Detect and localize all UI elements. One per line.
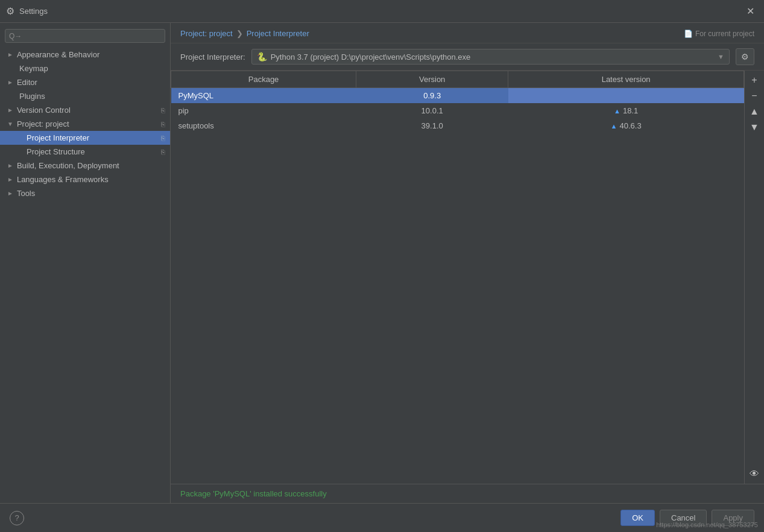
status-bar: Package 'PyMySQL' installed successfully bbox=[171, 484, 764, 503]
sidebar-item-project[interactable]: ▼ Project: project ⎘ bbox=[0, 117, 170, 131]
search-box[interactable]: Q→ bbox=[5, 29, 165, 43]
sidebar-label-vc: Version Control bbox=[17, 106, 71, 115]
current-project-label: For current project bbox=[695, 30, 754, 38]
package-name-pip: pip bbox=[171, 103, 356, 118]
interpreter-value: Python 3.7 (project) D:\py\project\venv\… bbox=[271, 52, 471, 62]
footer: ? OK Cancel Apply bbox=[0, 503, 764, 532]
copy-icon-structure: ⎘ bbox=[161, 148, 165, 156]
upgrade-icon-setuptools: ▲ bbox=[611, 122, 617, 130]
sidebar-label-build: Build, Execution, Deployment bbox=[17, 161, 119, 170]
package-name-setuptools: setuptools bbox=[171, 118, 356, 133]
status-message: Package 'PyMySQL' installed successfully bbox=[180, 489, 327, 498]
sidebar: Q→ ► Appearance & Behavior Keymap ► Edit… bbox=[0, 23, 171, 503]
main-layout: Q→ ► Appearance & Behavior Keymap ► Edit… bbox=[0, 23, 764, 503]
upgrade-icon-pip: ▲ bbox=[614, 107, 620, 115]
search-input[interactable] bbox=[24, 31, 161, 40]
sidebar-label-project: Project: project bbox=[17, 119, 69, 128]
sidebar-item-plugins[interactable]: Plugins bbox=[0, 89, 170, 103]
sidebar-item-tools[interactable]: ► Tools bbox=[0, 186, 170, 200]
package-table-wrapper[interactable]: Package Version Latest version PyMySQL 0… bbox=[171, 71, 744, 484]
remove-package-button[interactable]: − bbox=[747, 89, 762, 103]
table-row[interactable]: PyMySQL 0.9.3 bbox=[171, 88, 744, 104]
expand-arrow-tools: ► bbox=[7, 190, 13, 197]
package-version-pip: 10.0.1 bbox=[356, 103, 508, 118]
sidebar-item-keymap[interactable]: Keymap bbox=[0, 62, 170, 75]
footer-left: ? bbox=[10, 511, 24, 525]
interpreter-select-text: 🐍 Python 3.7 (project) D:\py\project\ven… bbox=[257, 52, 471, 62]
copy-icon-project: ⎘ bbox=[161, 121, 165, 128]
sidebar-label-project-structure: Project Structure bbox=[27, 147, 85, 156]
help-button[interactable]: ? bbox=[10, 511, 24, 525]
scroll-down-button[interactable]: ▼ bbox=[747, 120, 762, 135]
sidebar-item-project-interpreter[interactable]: Project Interpreter ⎘ bbox=[0, 131, 170, 145]
sidebar-label-tools: Tools bbox=[17, 189, 35, 198]
titlebar: ⚙ Settings ✕ bbox=[0, 0, 764, 23]
search-icon: Q→ bbox=[9, 32, 22, 40]
watermark: https://blog.csdn.net/qq_38753275 bbox=[656, 521, 758, 528]
package-name-pymysql: PyMySQL bbox=[171, 88, 356, 104]
app-icon: ⚙ bbox=[6, 5, 14, 17]
side-buttons-panel: + − ▲ ▼ 👁 bbox=[744, 71, 764, 484]
sidebar-label-project-interpreter: Project Interpreter bbox=[27, 133, 89, 142]
sidebar-label-editor: Editor bbox=[17, 78, 37, 87]
copy-icon-vc: ⎘ bbox=[161, 107, 165, 114]
breadcrumb: Project: project ❯ Project Interpreter 📄… bbox=[171, 23, 764, 43]
python-icon: 🐍 bbox=[257, 52, 267, 62]
scroll-up-button[interactable]: ▲ bbox=[747, 104, 762, 119]
breadcrumb-current: Project Interpreter bbox=[247, 29, 309, 38]
sidebar-item-languages[interactable]: ► Languages & Frameworks bbox=[0, 173, 170, 186]
add-package-button[interactable]: + bbox=[747, 73, 762, 87]
dropdown-arrow-icon: ▼ bbox=[718, 53, 724, 60]
package-version-pymysql: 0.9.3 bbox=[356, 88, 508, 104]
eye-button[interactable]: 👁 bbox=[747, 467, 762, 481]
expand-arrow-build: ► bbox=[7, 162, 13, 169]
close-button[interactable]: ✕ bbox=[743, 4, 758, 19]
content-area: Project: project ❯ Project Interpreter 📄… bbox=[171, 23, 764, 503]
expand-arrow-appearance: ► bbox=[7, 51, 13, 58]
package-latest-pymysql bbox=[508, 88, 744, 104]
breadcrumb-right: 📄 For current project bbox=[684, 30, 754, 38]
interpreter-select-dropdown[interactable]: 🐍 Python 3.7 (project) D:\py\project\ven… bbox=[251, 49, 730, 65]
interpreter-label: Project Interpreter: bbox=[180, 52, 245, 62]
table-row[interactable]: setuptools 39.1.0 ▲40.6.3 bbox=[171, 118, 744, 133]
sidebar-label-languages: Languages & Frameworks bbox=[17, 175, 109, 184]
titlebar-left: ⚙ Settings bbox=[6, 5, 48, 17]
package-area: Package Version Latest version PyMySQL 0… bbox=[171, 71, 764, 484]
sidebar-item-version-control[interactable]: ► Version Control ⎘ bbox=[0, 103, 170, 117]
sidebar-item-editor[interactable]: ► Editor bbox=[0, 75, 170, 89]
breadcrumb-separator: ❯ bbox=[236, 29, 243, 38]
package-latest-setuptools: ▲40.6.3 bbox=[508, 118, 744, 133]
col-latest: Latest version bbox=[508, 71, 744, 88]
breadcrumb-parent[interactable]: Project: project bbox=[180, 29, 233, 38]
window-title: Settings bbox=[19, 7, 48, 16]
sidebar-label-keymap: Keymap bbox=[19, 64, 48, 73]
sidebar-item-project-structure[interactable]: Project Structure ⎘ bbox=[0, 145, 170, 159]
copy-icon-interpreter: ⎘ bbox=[161, 135, 165, 142]
interpreter-row: Project Interpreter: 🐍 Python 3.7 (proje… bbox=[171, 43, 764, 71]
current-project-icon: 📄 bbox=[684, 30, 693, 38]
package-version-setuptools: 39.1.0 bbox=[356, 118, 508, 133]
expand-arrow-editor: ► bbox=[7, 79, 13, 86]
expand-arrow-vc: ► bbox=[7, 107, 13, 113]
package-table: Package Version Latest version PyMySQL 0… bbox=[171, 71, 744, 133]
ok-button[interactable]: OK bbox=[620, 510, 655, 526]
table-row[interactable]: pip 10.0.1 ▲18.1 bbox=[171, 103, 744, 118]
sidebar-label-appearance: Appearance & Behavior bbox=[17, 50, 99, 59]
expand-arrow-project: ▼ bbox=[7, 121, 13, 127]
interpreter-settings-button[interactable]: ⚙ bbox=[736, 48, 754, 65]
sidebar-label-plugins: Plugins bbox=[19, 92, 45, 101]
col-package: Package bbox=[171, 71, 356, 88]
sidebar-item-appearance[interactable]: ► Appearance & Behavior bbox=[0, 48, 170, 62]
package-latest-pip: ▲18.1 bbox=[508, 103, 744, 118]
expand-arrow-languages: ► bbox=[7, 176, 13, 183]
col-version: Version bbox=[356, 71, 508, 88]
sidebar-item-build[interactable]: ► Build, Execution, Deployment bbox=[0, 159, 170, 173]
